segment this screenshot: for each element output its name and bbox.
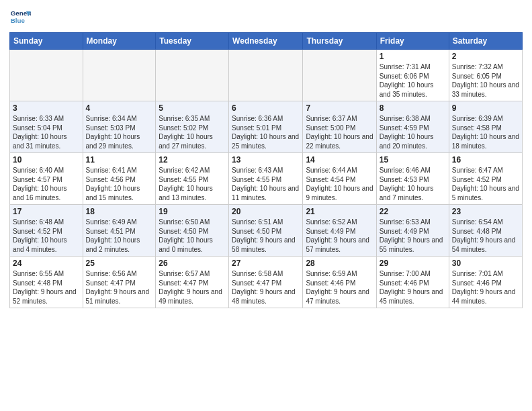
day-number: 10 [13,155,80,165]
calendar-cell: 18Sunrise: 6:49 AM Sunset: 4:51 PM Dayli… [83,205,156,257]
day-number: 28 [306,259,373,268]
calendar-cell [156,50,229,101]
day-number: 21 [306,207,373,216]
calendar-cell: 1Sunrise: 7:31 AM Sunset: 6:06 PM Daylig… [376,50,449,101]
day-info: Sunrise: 6:40 AM Sunset: 4:57 PM Dayligh… [13,166,80,202]
day-number: 23 [452,207,519,216]
calendar-cell [83,50,156,101]
logo: General Blue [9,7,32,28]
day-number: 16 [452,155,519,165]
day-info: Sunrise: 6:36 AM Sunset: 5:01 PM Dayligh… [232,114,300,150]
day-number: 22 [380,207,446,216]
day-info: Sunrise: 6:48 AM Sunset: 4:52 PM Dayligh… [13,218,80,254]
calendar-cell: 11Sunrise: 6:41 AM Sunset: 4:56 PM Dayli… [83,153,156,205]
calendar-cell: 19Sunrise: 6:50 AM Sunset: 4:50 PM Dayli… [156,205,229,257]
day-info: Sunrise: 7:32 AM Sunset: 6:05 PM Dayligh… [452,62,519,99]
day-info: Sunrise: 7:01 AM Sunset: 4:46 PM Dayligh… [452,269,519,306]
day-info: Sunrise: 6:51 AM Sunset: 4:50 PM Dayligh… [232,218,300,254]
day-info: Sunrise: 6:34 AM Sunset: 5:03 PM Dayligh… [86,114,153,150]
calendar-cell: 9Sunrise: 6:39 AM Sunset: 4:58 PM Daylig… [449,101,522,153]
day-number: 7 [306,103,373,113]
calendar-cell: 10Sunrise: 6:40 AM Sunset: 4:57 PM Dayli… [10,153,83,205]
calendar-cell: 2Sunrise: 7:32 AM Sunset: 6:05 PM Daylig… [449,50,522,101]
calendar-cell: 26Sunrise: 6:57 AM Sunset: 4:47 PM Dayli… [156,257,229,308]
calendar-cell: 30Sunrise: 7:01 AM Sunset: 4:46 PM Dayli… [449,257,522,308]
day-info: Sunrise: 6:59 AM Sunset: 4:46 PM Dayligh… [306,269,373,306]
col-header-saturday: Saturday [449,33,522,50]
day-number: 4 [86,103,153,113]
calendar-cell: 25Sunrise: 6:56 AM Sunset: 4:47 PM Dayli… [83,257,156,308]
calendar-cell: 22Sunrise: 6:53 AM Sunset: 4:49 PM Dayli… [376,205,449,257]
calendar-cell: 13Sunrise: 6:43 AM Sunset: 4:55 PM Dayli… [229,153,303,205]
calendar-cell: 5Sunrise: 6:35 AM Sunset: 5:02 PM Daylig… [156,101,229,153]
day-number: 27 [232,259,300,268]
day-info: Sunrise: 7:00 AM Sunset: 4:46 PM Dayligh… [380,269,446,306]
day-info: Sunrise: 6:41 AM Sunset: 4:56 PM Dayligh… [86,166,153,202]
day-number: 19 [159,207,226,216]
day-number: 30 [452,259,519,268]
day-number: 18 [86,207,153,216]
day-number: 26 [159,259,226,268]
calendar-cell: 28Sunrise: 6:59 AM Sunset: 4:46 PM Dayli… [303,257,376,308]
day-number: 5 [159,103,226,113]
calendar-cell: 3Sunrise: 6:33 AM Sunset: 5:04 PM Daylig… [10,101,83,153]
col-header-monday: Monday [83,33,156,50]
calendar-cell: 27Sunrise: 6:58 AM Sunset: 4:47 PM Dayli… [229,257,303,308]
col-header-sunday: Sunday [10,33,83,50]
calendar-cell: 24Sunrise: 6:55 AM Sunset: 4:48 PM Dayli… [10,257,83,308]
day-number: 20 [232,207,300,216]
calendar-cell: 12Sunrise: 6:42 AM Sunset: 4:55 PM Dayli… [156,153,229,205]
day-info: Sunrise: 6:46 AM Sunset: 4:53 PM Dayligh… [380,166,446,202]
calendar: SundayMondayTuesdayWednesdayThursdayFrid… [9,32,523,308]
day-info: Sunrise: 6:37 AM Sunset: 5:00 PM Dayligh… [306,114,373,150]
col-header-tuesday: Tuesday [156,33,229,50]
day-number: 6 [232,103,300,113]
day-info: Sunrise: 6:33 AM Sunset: 5:04 PM Dayligh… [13,114,80,150]
calendar-cell: 6Sunrise: 6:36 AM Sunset: 5:01 PM Daylig… [229,101,303,153]
day-info: Sunrise: 6:47 AM Sunset: 4:52 PM Dayligh… [452,166,519,202]
day-number: 12 [159,155,226,165]
day-info: Sunrise: 6:49 AM Sunset: 4:51 PM Dayligh… [86,218,153,254]
calendar-cell: 17Sunrise: 6:48 AM Sunset: 4:52 PM Dayli… [10,205,83,257]
day-info: Sunrise: 6:57 AM Sunset: 4:47 PM Dayligh… [159,269,226,306]
calendar-cell: 14Sunrise: 6:44 AM Sunset: 4:54 PM Dayli… [303,153,376,205]
day-info: Sunrise: 6:56 AM Sunset: 4:47 PM Dayligh… [86,269,153,306]
day-number: 24 [13,259,80,268]
day-number: 3 [13,103,80,113]
day-info: Sunrise: 6:43 AM Sunset: 4:55 PM Dayligh… [232,166,300,202]
col-header-wednesday: Wednesday [229,33,303,50]
svg-text:Blue: Blue [11,17,26,24]
day-info: Sunrise: 6:53 AM Sunset: 4:49 PM Dayligh… [380,218,446,254]
day-number: 9 [452,103,519,113]
day-number: 29 [380,259,446,268]
day-number: 17 [13,207,80,216]
day-number: 2 [452,52,519,61]
day-info: Sunrise: 6:42 AM Sunset: 4:55 PM Dayligh… [159,166,226,202]
day-number: 15 [380,155,446,165]
day-info: Sunrise: 6:38 AM Sunset: 4:59 PM Dayligh… [380,114,446,150]
day-info: Sunrise: 6:58 AM Sunset: 4:47 PM Dayligh… [232,269,300,306]
day-number: 25 [86,259,153,268]
day-number: 14 [306,155,373,165]
day-number: 8 [380,103,446,113]
day-info: Sunrise: 6:52 AM Sunset: 4:49 PM Dayligh… [306,218,373,254]
day-info: Sunrise: 6:35 AM Sunset: 5:02 PM Dayligh… [159,114,226,150]
calendar-cell: 15Sunrise: 6:46 AM Sunset: 4:53 PM Dayli… [376,153,449,205]
calendar-cell: 23Sunrise: 6:54 AM Sunset: 4:48 PM Dayli… [449,205,522,257]
day-number: 13 [232,155,300,165]
day-info: Sunrise: 6:39 AM Sunset: 4:58 PM Dayligh… [452,114,519,150]
calendar-cell: 21Sunrise: 6:52 AM Sunset: 4:49 PM Dayli… [303,205,376,257]
calendar-cell [303,50,376,101]
calendar-cell [229,50,303,101]
day-info: Sunrise: 7:31 AM Sunset: 6:06 PM Dayligh… [380,62,446,99]
day-info: Sunrise: 6:44 AM Sunset: 4:54 PM Dayligh… [306,166,373,202]
calendar-cell: 29Sunrise: 7:00 AM Sunset: 4:46 PM Dayli… [376,257,449,308]
day-info: Sunrise: 6:54 AM Sunset: 4:48 PM Dayligh… [452,218,519,254]
day-info: Sunrise: 6:50 AM Sunset: 4:50 PM Dayligh… [159,218,226,254]
day-number: 1 [380,52,446,61]
col-header-thursday: Thursday [303,33,376,50]
calendar-cell: 20Sunrise: 6:51 AM Sunset: 4:50 PM Dayli… [229,205,303,257]
calendar-cell: 16Sunrise: 6:47 AM Sunset: 4:52 PM Dayli… [449,153,522,205]
day-number: 11 [86,155,153,165]
calendar-cell: 7Sunrise: 6:37 AM Sunset: 5:00 PM Daylig… [303,101,376,153]
